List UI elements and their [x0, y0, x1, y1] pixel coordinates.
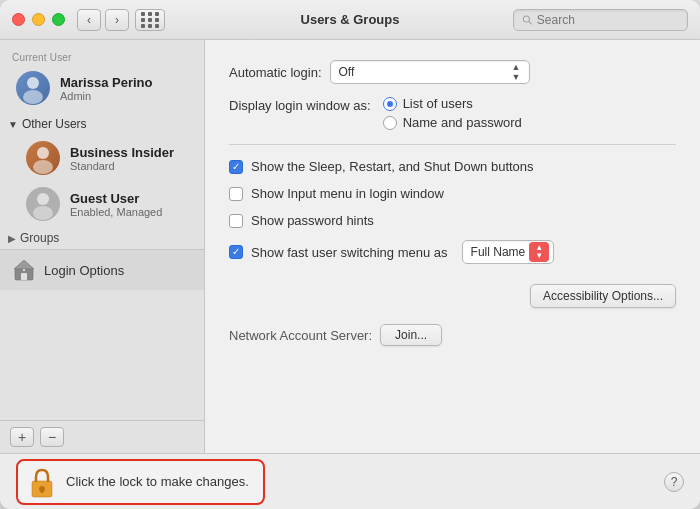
- groups-section[interactable]: ▶ Groups: [0, 227, 204, 249]
- user-role-business: Standard: [70, 160, 174, 172]
- accessibility-options-button[interactable]: Accessibility Options...: [530, 284, 676, 308]
- svg-line-1: [529, 21, 532, 24]
- svg-rect-10: [21, 273, 27, 280]
- groups-arrow-icon: ▶: [8, 233, 16, 244]
- switch-menu-select[interactable]: Full Name ▲ ▼: [462, 240, 555, 264]
- display-login-label: Display login window as:: [229, 96, 371, 113]
- sidebar-list: Current User Marissa Perino Admin: [0, 40, 204, 420]
- traffic-lights: [12, 13, 65, 26]
- main-panel: Automatic login: Off ▲ ▼ Display login w…: [205, 40, 700, 453]
- person-icon: [26, 187, 60, 221]
- divider-1: [229, 144, 676, 145]
- current-user-label: Current User: [0, 48, 204, 65]
- svg-point-6: [37, 193, 49, 205]
- person-icon: [16, 71, 50, 105]
- sidebar-item-business[interactable]: Business Insider Standard: [4, 135, 200, 181]
- radio-list-users[interactable]: List of users: [383, 96, 522, 111]
- checkbox-row-password-hints: Show password hints: [229, 213, 676, 228]
- checkbox-fast-user-label: Show fast user switching menu as: [251, 245, 448, 260]
- apps-button[interactable]: [135, 9, 165, 31]
- display-login-row: Display login window as: List of users N…: [229, 96, 676, 130]
- automatic-login-label: Automatic login:: [229, 65, 322, 80]
- forward-button[interactable]: ›: [105, 9, 129, 31]
- user-role-marissa: Admin: [60, 90, 153, 102]
- content-area: Current User Marissa Perino Admin: [0, 40, 700, 453]
- avatar-marissa: [16, 71, 50, 105]
- sidebar-footer: + −: [0, 420, 204, 453]
- nav-buttons: ‹ ›: [77, 9, 129, 31]
- back-button[interactable]: ‹: [77, 9, 101, 31]
- user-info-guest: Guest User Enabled, Managed: [70, 191, 162, 218]
- main-window: ‹ › Users & Groups Current User: [0, 0, 700, 509]
- checkbox-input-menu-label: Show Input menu in login window: [251, 186, 444, 201]
- user-name-business: Business Insider: [70, 145, 174, 160]
- sidebar: Current User Marissa Perino Admin: [0, 40, 205, 453]
- svg-marker-9: [14, 260, 34, 269]
- checkbox-sleep[interactable]: [229, 160, 243, 174]
- user-info-business: Business Insider Standard: [70, 145, 174, 172]
- arrow-down-icon: ▼: [535, 252, 543, 260]
- user-name-marissa: Marissa Perino: [60, 75, 153, 90]
- login-options-item[interactable]: Login Options: [0, 249, 204, 290]
- checkbox-sleep-label: Show the Sleep, Restart, and Shut Down b…: [251, 159, 534, 174]
- svg-point-3: [23, 90, 43, 104]
- svg-point-5: [33, 160, 53, 174]
- checkbox-password-hints-label: Show password hints: [251, 213, 374, 228]
- other-users-header[interactable]: ▼ Other Users: [0, 111, 204, 135]
- select-arrows-icon: ▲ ▼: [512, 63, 521, 82]
- lock-text: Click the lock to make changes.: [66, 474, 249, 489]
- radio-list-users-input[interactable]: [383, 97, 397, 111]
- checkbox-row-sleep: Show the Sleep, Restart, and Shut Down b…: [229, 159, 676, 174]
- svg-point-4: [37, 147, 49, 159]
- login-icon: [12, 258, 36, 282]
- add-user-button[interactable]: +: [10, 427, 34, 447]
- automatic-login-select[interactable]: Off ▲ ▼: [330, 60, 530, 84]
- avatar-guest: [26, 187, 60, 221]
- switch-menu-value: Full Name: [471, 245, 526, 259]
- search-box[interactable]: [513, 9, 688, 31]
- radio-name-password-input[interactable]: [383, 116, 397, 130]
- radio-group-login: List of users Name and password: [383, 96, 522, 130]
- accessibility-row: Accessibility Options...: [229, 284, 676, 308]
- network-account-row: Network Account Server: Join...: [229, 324, 676, 346]
- person-icon: [26, 141, 60, 175]
- help-button[interactable]: ?: [664, 472, 684, 492]
- lock-icon: [28, 467, 56, 497]
- maximize-button[interactable]: [52, 13, 65, 26]
- bottom-bar: Click the lock to make changes. ?: [0, 453, 700, 509]
- checkbox-fast-user[interactable]: [229, 245, 243, 259]
- grid-icon: [141, 12, 160, 28]
- svg-point-7: [33, 206, 53, 220]
- avatar-business: [26, 141, 60, 175]
- section-arrow-icon: ▼: [8, 119, 18, 130]
- house-icon: [12, 258, 36, 282]
- lock-container[interactable]: Click the lock to make changes.: [16, 459, 265, 505]
- join-button[interactable]: Join...: [380, 324, 442, 346]
- user-role-guest: Enabled, Managed: [70, 206, 162, 218]
- svg-rect-11: [23, 269, 25, 271]
- close-button[interactable]: [12, 13, 25, 26]
- search-icon: [522, 14, 533, 26]
- automatic-login-value: Off: [339, 65, 512, 79]
- groups-label: Groups: [20, 231, 59, 245]
- user-info-marissa: Marissa Perino Admin: [60, 75, 153, 102]
- remove-user-button[interactable]: −: [40, 427, 64, 447]
- checkbox-row-input-menu: Show Input menu in login window: [229, 186, 676, 201]
- lock-svg: [28, 467, 56, 499]
- checkbox-password-hints[interactable]: [229, 214, 243, 228]
- radio-list-users-label: List of users: [403, 96, 473, 111]
- radio-name-password[interactable]: Name and password: [383, 115, 522, 130]
- checkbox-input-menu[interactable]: [229, 187, 243, 201]
- search-input[interactable]: [537, 13, 679, 27]
- automatic-login-row: Automatic login: Off ▲ ▼: [229, 60, 676, 84]
- titlebar: ‹ › Users & Groups: [0, 0, 700, 40]
- stepper-button[interactable]: ▲ ▼: [529, 242, 549, 262]
- minimize-button[interactable]: [32, 13, 45, 26]
- sidebar-item-marissa[interactable]: Marissa Perino Admin: [4, 65, 200, 111]
- switch-row-fast-user: Show fast user switching menu as Full Na…: [229, 240, 676, 264]
- user-name-guest: Guest User: [70, 191, 162, 206]
- sidebar-item-guest[interactable]: Guest User Enabled, Managed: [4, 181, 200, 227]
- radio-dot: [387, 101, 393, 107]
- login-options-label: Login Options: [44, 263, 124, 278]
- svg-point-2: [27, 77, 39, 89]
